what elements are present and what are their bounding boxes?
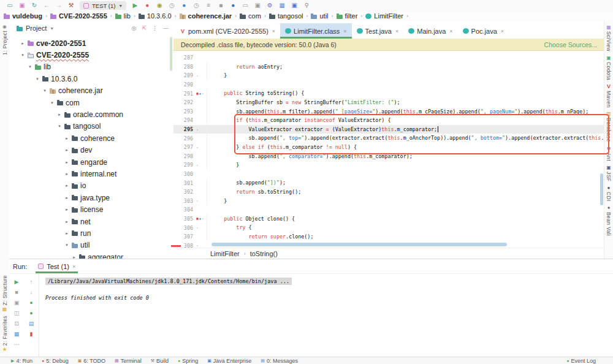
line-number[interactable]: 306 [173,225,196,231]
run-tab-test[interactable]: Test (1) × [36,259,78,273]
line-number[interactable]: 297 [173,144,196,150]
settings-icon[interactable]: ⚙ [266,2,273,9]
tool-button-database[interactable]: ▥Database [606,111,612,142]
tree-item-util[interactable]: ▾util [9,240,173,251]
line-number[interactable]: 298 [173,153,196,159]
close-icon[interactable]: × [72,264,75,270]
line-number[interactable]: 296 [173,135,196,142]
code-text[interactable]: public String toString() { [207,89,604,98]
code-text[interactable]: return super.clone(); [207,232,604,241]
close-icon[interactable]: × [449,28,452,34]
editor-tab-Main.java[interactable]: Main.java× [403,23,457,39]
chevron-right-icon[interactable]: ▸ [20,41,25,46]
editor-hscrollbar-thumb[interactable] [211,243,507,246]
code-text[interactable]: try { [207,223,604,232]
restore-icon[interactable]: ⊡ [14,320,19,327]
line-number[interactable]: 304 [173,207,196,213]
tool-button-jsf[interactable]: ▣JSF [606,165,612,181]
chevron-right-icon[interactable]: ▸ [64,183,69,188]
code-line-296[interactable]: 296 sb.append(", top=").append(extractor… [173,134,604,143]
tool-button-favorites[interactable]: 2: Favorites ★ [2,316,8,352]
statusbar-item-terminal[interactable]: ▤Terminal [115,358,142,364]
tree-item-coherence[interactable]: ▸coherence [9,132,173,144]
tool-button-bean-vali[interactable]: ✦Bean Vali [606,205,612,236]
run-console[interactable]: /Library/Java/JavaVirtualMachines/jdk1.8… [39,274,613,357]
chevron-down-icon[interactable]: ▼ [50,26,54,31]
profiler-clock-icon[interactable]: ◷ [168,2,175,9]
chevron-down-icon[interactable]: ▾ [50,100,55,105]
up-icon[interactable]: ↑ [30,279,33,285]
more-icon[interactable]: ⋯ [14,341,20,347]
override-marker-icon[interactable] [196,93,199,95]
chevron-right-icon[interactable]: ▸ [64,219,69,224]
tool-button-structure[interactable]: Z: Structure ▦ [2,275,8,312]
layout-icon[interactable]: ▦ [14,331,20,337]
camera-icon[interactable]: ▣ [14,300,20,306]
search-icon[interactable]: ⚲ [303,2,310,9]
run-configuration-select[interactable]: TEST (1) ▼ [80,1,126,10]
code-line-288[interactable]: 288 return aoEntry; [173,63,604,72]
line-number[interactable]: 300 [173,171,196,177]
breadcrumb-item[interactable]: vuldebug [4,12,42,20]
code-text[interactable]: StringBuffer sb = new StringBuffer("Limi… [207,98,604,107]
down-icon[interactable]: ↓ [30,289,33,295]
line-number[interactable]: 295 [173,126,196,132]
editor-tab-pom.xml-CVE-2020-2555-[interactable]: Vpom.xml (CVE-2020-2555)× [175,23,280,39]
code-text[interactable]: ValueExtractor extractor = (ValueExtract… [207,125,604,134]
grid-icon[interactable]: ▦ [278,2,286,9]
fold-marker-icon[interactable]: ▿ [196,226,199,230]
open-icon[interactable]: ▭ [6,2,13,9]
line-number[interactable]: 287 [173,55,196,61]
statusbar-item-java-enterprise[interactable]: ▣Java Enterprise [207,358,251,364]
breadcrumb-item[interactable]: filter [337,12,358,20]
code-text[interactable]: sb.append(this.m_filter).append(" [pageS… [207,107,604,116]
code-line-305[interactable]: 305▲▿ public Object clone() { [173,214,604,224]
chevron-down-icon[interactable]: ▾ [57,124,62,129]
run-dashboard-icon[interactable]: ≡ [205,2,212,9]
line-number[interactable]: 302 [173,189,196,195]
code-text[interactable]: } [207,71,604,80]
scroll-end-icon[interactable]: ● [29,310,32,316]
tree-item-run[interactable]: ▸run [9,227,173,239]
close-icon[interactable]: × [272,28,275,34]
tool-button-project[interactable]: ◉ 1: Project [2,24,8,55]
tree-item-tangosol[interactable]: ▾tangosol [9,121,173,132]
chevron-right-icon[interactable]: ▸ [64,207,69,212]
editor-vscrollbar-thumb[interactable] [600,173,603,205]
tree-item-cve-2020-2551[interactable]: ▸cve-2020-2551 [9,37,173,49]
softwrap-icon[interactable]: ● [29,300,32,306]
code-line-292[interactable]: 292 StringBuffer sb = new StringBuffer("… [173,98,604,107]
code-line-300[interactable]: 300 [173,170,604,179]
tree-item-10.3.6.0[interactable]: ▾10.3.6.0 [9,73,173,85]
breadcrumb-item[interactable]: coherence.jar [180,12,232,20]
line-number[interactable]: 305 [173,216,196,222]
stop-icon[interactable]: ■ [217,2,224,9]
code-line-303[interactable]: 303▿ } [173,197,604,206]
debug-icon[interactable]: ● [143,2,151,9]
clock-icon[interactable]: ◷ [192,2,200,9]
breadcrumb-method[interactable]: toString() [250,250,278,257]
editor-tab-Poc.java[interactable]: Poc.java× [458,23,509,39]
event-log-button[interactable]: ●Event Log [566,358,613,364]
statusbar-item-build[interactable]: ⚒Build [151,358,169,364]
rerun-icon[interactable]: ▶ [15,279,19,285]
tool-button-sciview[interactable]: ▦SciView [606,25,612,51]
attach-icon[interactable]: ◫ [14,310,20,316]
chevron-right-icon[interactable]: ▸ [64,172,69,176]
tree-item-engarde[interactable]: ▸engarde [9,156,173,168]
code-line-301[interactable]: 301 sb.append("])"); [173,178,604,188]
screen-icon[interactable]: ▭ [242,2,249,9]
code-line-302[interactable]: 302 return sb.toString(); [173,188,604,197]
code-line-291[interactable]: 291▲▿ public String toString() { [173,89,604,98]
chevron-down-icon[interactable]: ▾ [28,64,32,69]
locate-icon[interactable]: ◎ [132,25,137,31]
tool-button-cdi[interactable]: ●CDI [606,185,612,202]
fold-marker-icon[interactable]: ▿ [196,127,199,132]
line-number[interactable]: 289 [173,72,196,78]
collapse-all-icon[interactable]: ⇱ [142,25,147,31]
code-line-298[interactable]: 298 sb.append(", comparator=").append(th… [173,152,604,161]
code-line-299[interactable]: 299▿ } [173,161,604,170]
code-text[interactable]: } else if (this.m_comparator != null) { [207,143,604,152]
tree-item-CVE-2020-2555[interactable]: ▾CVE-2020-2555 [9,49,173,61]
code-text[interactable]: public Object clone() { [207,214,604,224]
